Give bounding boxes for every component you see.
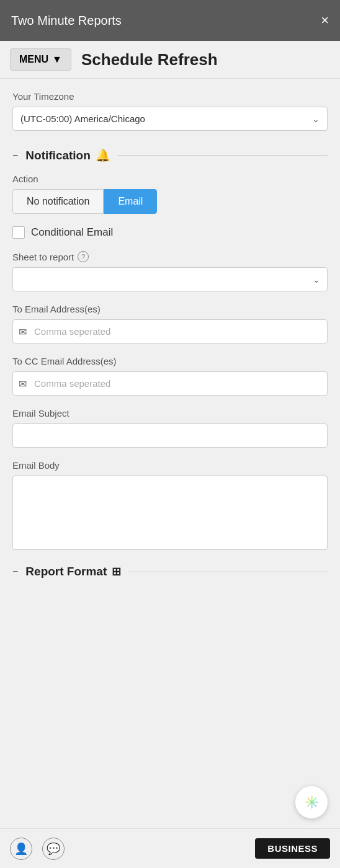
to-email-label: To Email Address(es) [12,304,328,314]
logo-fab-button[interactable]: ✳ [295,786,328,818]
email-subject-label: Email Subject [12,408,328,418]
title-bar: Two Minute Reports × [0,0,340,41]
report-format-divider-line [128,572,328,572]
timezone-select[interactable]: (UTC-05:00) America/Chicago ⌄ [12,107,328,131]
app-title: Two Minute Reports [11,14,122,28]
chat-icon-button[interactable]: 💬 [42,838,65,860]
chat-icon: 💬 [47,842,60,856]
conditional-email-checkbox[interactable] [12,226,25,239]
timezone-chevron-icon: ⌄ [312,114,320,124]
email-button[interactable]: Email [104,189,157,214]
to-cc-email-mail-icon: ✉ [19,378,27,389]
report-format-table-icon: ⊞ [112,565,121,578]
profile-icon-button[interactable]: 👤 [10,838,32,860]
sheet-label-row: Sheet to report ? [12,251,328,262]
menu-label: MENU [19,54,48,65]
logo-star-icon: ✳ [305,792,319,813]
bottom-bar: 👤 💬 BUSINESS [0,828,340,868]
timezone-section: Your Timezone (UTC-05:00) America/Chicag… [12,91,328,131]
no-notification-button[interactable]: No notification [12,189,104,214]
profile-icon: 👤 [14,842,28,856]
email-body-textarea[interactable] [12,476,328,550]
to-email-section: To Email Address(es) ✉ [12,304,328,343]
sheet-to-report-section: Sheet to report ? ⌄ [12,251,328,291]
notification-section-header: − Notification 🔔 [12,148,328,162]
action-label: Action [12,174,328,184]
to-cc-email-input-wrapper: ✉ [12,371,328,396]
to-cc-email-section: To CC Email Address(es) ✉ [12,356,328,396]
header: MENU ▼ Schedule Refresh [0,41,340,79]
sheet-select[interactable] [12,267,328,291]
sheet-to-report-label: Sheet to report [12,252,74,262]
notification-divider-line [118,155,328,156]
timezone-value: (UTC-05:00) America/Chicago [20,113,145,124]
report-format-section-header: − Report Format ⊞ [12,565,328,588]
notification-collapse-button[interactable]: − [12,150,18,161]
email-subject-section: Email Subject [12,408,328,448]
to-email-mail-icon: ✉ [19,326,27,337]
action-button-group: No notification Email [12,189,328,214]
report-format-title: Report Format ⊞ [25,565,121,578]
conditional-email-label: Conditional Email [31,226,113,239]
menu-chevron-icon: ▼ [52,54,62,65]
to-email-input-wrapper: ✉ [12,319,328,343]
to-cc-email-input[interactable] [12,371,328,396]
to-cc-email-label: To CC Email Address(es) [12,356,328,366]
conditional-email-row: Conditional Email [12,226,328,239]
business-button[interactable]: BUSINESS [255,838,330,859]
email-body-section: Email Body [12,460,328,552]
to-email-input[interactable] [12,319,328,343]
email-body-label: Email Body [12,460,328,471]
close-button[interactable]: × [321,12,329,29]
timezone-label: Your Timezone [12,91,328,102]
email-subject-input[interactable] [12,423,328,448]
main-content: Your Timezone (UTC-05:00) America/Chicag… [0,79,340,588]
bottom-icons-group: 👤 💬 [10,838,65,860]
report-format-collapse-button[interactable]: − [12,566,18,577]
action-section: Action No notification Email [12,174,328,214]
page-title: Schedule Refresh [81,50,218,69]
sheet-select-wrapper: ⌄ [12,267,328,291]
sheet-help-icon[interactable]: ? [78,251,89,262]
menu-button[interactable]: MENU ▼ [10,48,71,71]
bell-icon: 🔔 [96,148,110,162]
notification-title: Notification 🔔 [25,148,110,162]
